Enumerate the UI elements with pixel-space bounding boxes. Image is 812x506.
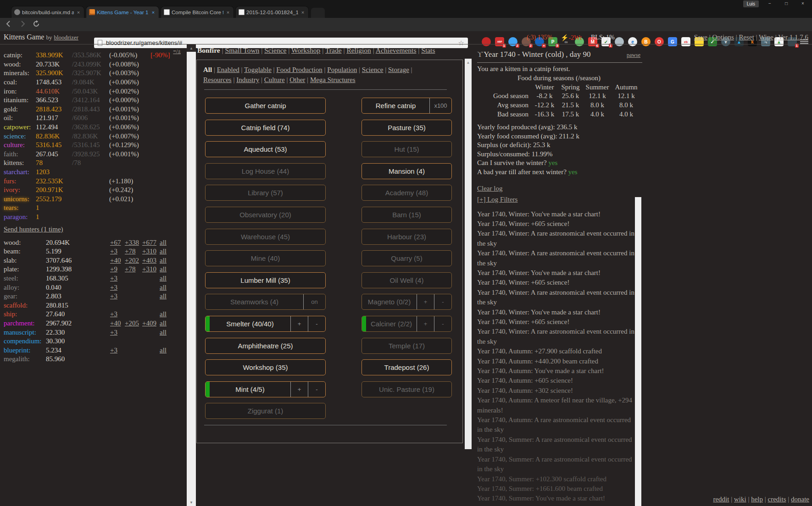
button-smelter-40-40-minus-cell[interactable]: - (308, 316, 325, 331)
filter-culture[interactable]: Culture (264, 76, 285, 83)
clear-log-link[interactable]: Clear log (477, 185, 502, 192)
reset-link[interactable]: Reset (739, 33, 754, 41)
button-log-house-44[interactable]: Log House (44) (205, 163, 326, 179)
button-smelter-40-40[interactable]: Smelter (40/40)+- (205, 316, 326, 332)
filter-mega-structures[interactable]: Mega Structures (310, 76, 356, 83)
filter-science[interactable]: Science (362, 66, 384, 73)
craft-slab-403-link[interactable]: +403 (142, 257, 156, 264)
button-aqueduct-53[interactable]: Aqueduct (53) (205, 141, 326, 157)
browser-profile-chip[interactable]: Luis (743, 0, 759, 7)
send-hunters-link[interactable]: Send hunters (1 time) (4, 226, 63, 233)
craft-beam-all-link[interactable]: all (160, 248, 167, 255)
craft-wood-677-link[interactable]: +677 (142, 239, 156, 246)
button-magneto-0-2[interactable]: Magneto (0/2)+- (362, 294, 452, 310)
button-mine-40[interactable]: Mine (40) (205, 250, 326, 266)
craft-manuscript-3-link[interactable]: +3 (110, 329, 117, 336)
button-tradepost-26[interactable]: Tradepost (26) (362, 359, 452, 375)
tab-science[interactable]: Science (264, 46, 286, 54)
reload-icon[interactable] (31, 20, 41, 30)
craft-beam-78-link[interactable]: +78 (125, 248, 135, 255)
filter-population[interactable]: Population (327, 66, 357, 73)
filter-resources[interactable]: Resources (203, 76, 232, 83)
button-calciner-2-2[interactable]: Calciner (2/2)+- (362, 316, 452, 332)
craft-wood-all-link[interactable]: all (160, 239, 167, 246)
button-gather-catnip[interactable]: Gather catnip (205, 98, 326, 114)
tab-close-icon[interactable]: × (76, 10, 81, 15)
button-barn-15[interactable]: Barn (15) (362, 207, 452, 223)
button-calciner-2-2-minus-cell[interactable]: - (434, 316, 451, 331)
craft-slab-all-link[interactable]: all (160, 257, 167, 264)
craft-gear-all-link[interactable]: all (160, 292, 167, 300)
close-button[interactable]: × (795, 0, 811, 7)
minimize-button[interactable]: − (762, 0, 778, 7)
filter-other[interactable]: Other (289, 76, 305, 83)
back-icon[interactable] (4, 20, 14, 30)
credits-link[interactable]: credits (768, 495, 786, 503)
button-observatory-20[interactable]: Observatory (20) (205, 207, 326, 223)
donate-link[interactable]: donate (791, 495, 809, 503)
craft-wood-67-link[interactable]: +67 (110, 239, 121, 246)
filter-industry[interactable]: Industry (236, 76, 259, 83)
button-steamworks-4-on-cell[interactable]: on (303, 294, 325, 309)
button-warehouse-45[interactable]: Warehouse (45) (205, 229, 326, 245)
craft-steel-3-link[interactable]: +3 (110, 275, 117, 282)
button-workshop-35[interactable]: Workshop (35) (205, 359, 326, 375)
resource-panel-toggle[interactable]: =/± (173, 48, 181, 55)
browser-tab-bitcoin-build-unix-m[interactable]: bitcoin/build-unix.md at m× (11, 6, 84, 18)
bonfire-panel-scrollbar[interactable]: ▲ (465, 59, 472, 449)
button-steamworks-4[interactable]: Steamworks (4)on (205, 294, 326, 310)
left-panel-scrollbar[interactable]: ▲ ▼ (187, 44, 196, 506)
craft-manuscript-all-link[interactable]: all (160, 329, 167, 336)
tab-close-icon[interactable]: × (150, 10, 156, 15)
tab-close-icon[interactable]: × (300, 10, 306, 15)
craft-ship-all-link[interactable]: all (160, 310, 167, 318)
filter-togglable[interactable]: Togglable (244, 66, 272, 73)
craft-beam-310-link[interactable]: +310 (142, 248, 156, 255)
button-pasture-35[interactable]: Pasture (35) (362, 120, 452, 136)
button-refine-catnip-x100-cell[interactable]: x100 (429, 98, 451, 113)
save-link[interactable]: Save (694, 33, 707, 41)
craft-blueprint-3-link[interactable]: +3 (110, 346, 117, 354)
filter-storage[interactable]: Storage (388, 66, 409, 73)
craft-plate-310-link[interactable]: +310 (142, 265, 156, 273)
button-magneto-0-2-plus-cell[interactable]: + (417, 294, 434, 309)
button-academy-48[interactable]: Academy (48) (362, 185, 452, 201)
scroll-up-icon[interactable]: ▲ (465, 59, 472, 66)
craft-steel-all-link[interactable]: all (160, 275, 167, 282)
wipe-link[interactable]: Wipe (759, 33, 773, 41)
filter-enabled[interactable]: Enabled (217, 66, 239, 73)
button-ziggurat-1[interactable]: Ziggurat (1) (205, 403, 326, 419)
button-oil-well-4[interactable]: Oil Well (4) (362, 272, 452, 288)
craft-wood-338-link[interactable]: +338 (125, 239, 139, 246)
filter-food-production[interactable]: Food Production (276, 66, 322, 73)
craft-beam-3-link[interactable]: +3 (110, 248, 117, 255)
scroll-down-icon[interactable]: ▼ (189, 500, 193, 506)
tab-achievements[interactable]: Achievements (376, 46, 417, 54)
tab-bonfire[interactable]: Bonfire (197, 46, 220, 54)
button-temple-17[interactable]: Temple (17) (362, 338, 452, 354)
button-library-57[interactable]: Library (57) (205, 185, 326, 201)
wiki-link[interactable]: wiki (734, 495, 746, 503)
help-link[interactable]: help (751, 495, 763, 503)
button-magneto-0-2-minus-cell[interactable]: - (434, 294, 451, 309)
forward-icon[interactable] (17, 20, 28, 30)
craft-parchment-all-link[interactable]: all (160, 319, 167, 327)
tab-workshop[interactable]: Workshop (291, 46, 320, 54)
craft-plate-all-link[interactable]: all (160, 265, 167, 273)
craft-blueprint-all-link[interactable]: all (160, 346, 167, 354)
browser-tab-kittens-game-year-17[interactable]: Kittens Game - Year 1740,× (86, 6, 159, 18)
new-tab-button[interactable] (311, 8, 325, 18)
button-quarry-5[interactable]: Quarry (5) (362, 250, 452, 266)
tab-close-icon[interactable]: × (225, 10, 231, 15)
button-mint-4-5-plus-cell[interactable]: + (290, 382, 308, 397)
tab-trade[interactable]: Trade (325, 46, 342, 54)
log-scrollbar[interactable] (635, 197, 641, 506)
craft-gear-3-link[interactable]: +3 (110, 292, 117, 300)
author-link[interactable]: bloodrizer (54, 34, 78, 41)
craft-parchment-409-link[interactable]: +409 (142, 319, 156, 327)
craft-ship-3-link[interactable]: +3 (110, 310, 117, 318)
craft-parchment-40-link[interactable]: +40 (110, 319, 121, 327)
button-mansion-4[interactable]: Mansion (4) (362, 163, 452, 179)
button-mint-4-5[interactable]: Mint (4/5)+- (205, 381, 326, 397)
reddit-link[interactable]: reddit (713, 495, 729, 503)
